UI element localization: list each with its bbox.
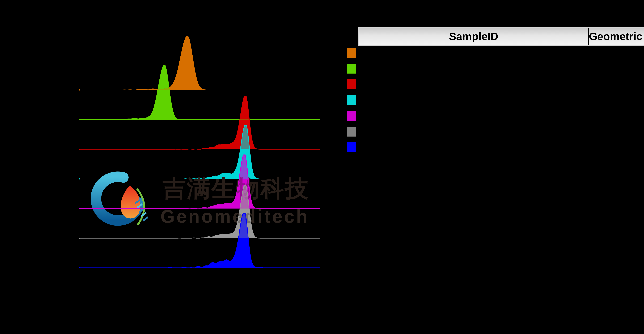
- axis-start-tick: [78, 89, 80, 91]
- legend-color-swatch[interactable]: [347, 111, 356, 121]
- axis-start-tick: [78, 267, 80, 268]
- axis-start-tick: [78, 119, 80, 120]
- histogram-overlay-plot: 吉满生物科技Genomeditech吉满生物科技Genomeditech吉满生物…: [0, 0, 644, 334]
- legend-table-header: SampleID Geometric Mean : FL11-H: [359, 28, 644, 45]
- legend-color-swatch[interactable]: [347, 48, 356, 58]
- report-canvas: 吉满生物科技Genomeditech吉满生物科技Genomeditech吉满生物…: [0, 0, 644, 334]
- legend-color-swatch[interactable]: [347, 64, 356, 74]
- histogram-series-2: [78, 65, 320, 120]
- axis-start-tick: [78, 178, 80, 179]
- genomeditech-logo: [96, 177, 148, 224]
- legend-color-swatch[interactable]: [347, 127, 356, 137]
- legend-color-swatch[interactable]: [347, 95, 356, 105]
- histogram-series-3: [78, 96, 320, 150]
- logo-dna-stripe: [142, 216, 148, 221]
- histogram-series-1: [78, 36, 320, 91]
- axis-start-tick: [78, 149, 80, 150]
- legend-table: SampleID Geometric Mean : FL11-H: [358, 27, 644, 46]
- column-header-sampleid[interactable]: SampleID: [359, 28, 589, 45]
- column-header-geometric-mean[interactable]: Geometric Mean : FL11-H: [589, 28, 644, 45]
- legend-color-swatch[interactable]: [347, 79, 356, 89]
- axis-start-tick: [78, 208, 80, 209]
- axis-start-tick: [78, 238, 80, 239]
- watermark-latin-text: Genomeditech: [160, 206, 309, 227]
- histogram-series-4: [78, 125, 320, 179]
- legend-color-swatch[interactable]: [347, 142, 356, 152]
